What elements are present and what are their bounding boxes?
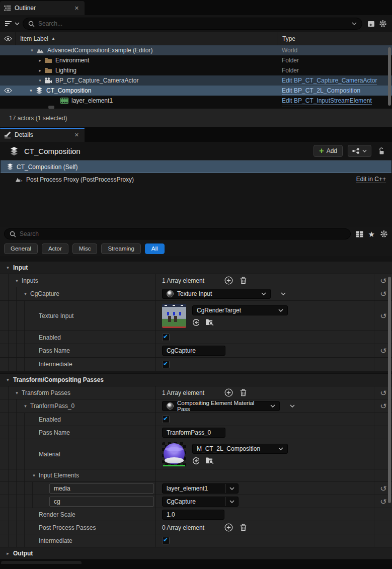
add-button[interactable]: + Add [313, 145, 343, 157]
chip-general[interactable]: General [4, 243, 38, 254]
reset-to-default-icon[interactable]: ↺ [380, 498, 386, 506]
pass-name-field[interactable] [162, 346, 225, 356]
class-icon [167, 290, 174, 297]
search-icon [28, 21, 35, 27]
blueprint-hierarchy-button[interactable] [348, 145, 371, 157]
details-scrollbar[interactable] [388, 277, 391, 503]
world-icon [36, 47, 44, 53]
component-row-post-process-proxy[interactable]: C Post Process Proxy (PostProcessProxy) … [0, 173, 392, 186]
expander-icon[interactable]: ▾ [37, 78, 43, 83]
column-item-label[interactable]: Item Label ▲ [16, 35, 55, 42]
tree-row-layer-element1[interactable]: layer_element1 Edit BP_CT_InputStreamEle… [0, 96, 392, 106]
expander-icon[interactable]: ▾ [14, 278, 20, 283]
outliner-search[interactable] [23, 18, 362, 30]
tree-row-camera-actor[interactable]: ▾ BP_CT_Capture_CameraActor Edit BP_CT_C… [0, 75, 392, 86]
render-target-thumbnail[interactable] [162, 304, 186, 328]
map-key-field[interactable]: cg [49, 497, 154, 507]
unlock-icon[interactable] [378, 147, 385, 155]
enabled-checkbox[interactable] [162, 334, 170, 341]
outliner-search-input[interactable] [38, 20, 348, 27]
section-transform-compositing-passes[interactable]: ▾Transform/Compositing Passes [0, 374, 392, 386]
reset-to-default-icon[interactable]: ↺ [380, 402, 386, 410]
material-thumbnail[interactable] [162, 442, 186, 466]
expander-icon[interactable]: ▾ [29, 48, 35, 53]
reset-to-default-icon[interactable]: ↺ [380, 312, 386, 320]
section-output[interactable]: ▸Output [0, 547, 392, 559]
add-element-icon[interactable] [224, 276, 233, 285]
add-element-icon[interactable] [224, 523, 233, 532]
browse-to-asset-icon[interactable] [205, 318, 214, 327]
element-options-chevron-icon[interactable] [287, 404, 298, 408]
browse-to-asset-icon[interactable] [205, 457, 214, 465]
property-label: Material [39, 451, 60, 458]
add-item-icon[interactable] [367, 21, 375, 27]
reset-to-default-icon[interactable]: ↺ [380, 347, 386, 355]
map-key-field[interactable]: media [49, 483, 154, 494]
reset-to-default-icon[interactable]: ↺ [380, 290, 386, 298]
tree-row-world[interactable]: ▾ AdvancedCompositionExample (Editor) Wo… [0, 45, 392, 55]
details-tab-close-icon[interactable]: ✕ [73, 132, 81, 138]
input-element-combo[interactable]: layer_element1 [162, 483, 239, 494]
delete-elements-trash-icon[interactable] [240, 524, 247, 531]
details-settings-gear-icon[interactable] [380, 230, 388, 238]
filter-chevron-down-icon[interactable] [15, 22, 20, 25]
chip-actor[interactable]: Actor [42, 243, 68, 254]
column-type[interactable]: Type [277, 32, 295, 45]
delete-elements-trash-icon[interactable] [240, 277, 247, 284]
section-input[interactable]: ▾Input [0, 262, 392, 274]
display-grid-icon[interactable] [356, 231, 363, 237]
expander-icon[interactable]: ▾ [28, 88, 34, 93]
render-scale-field[interactable] [162, 510, 224, 520]
filter-icon[interactable] [5, 21, 12, 26]
tree-row-edit-link[interactable]: Edit BP_CT_InputStreamElement [282, 97, 372, 105]
details-search[interactable] [4, 228, 351, 239]
outliner-tab-close-icon[interactable]: ✕ [73, 5, 81, 12]
input-type-combo[interactable]: Texture Input [162, 289, 271, 299]
outliner-settings-gear-icon[interactable] [379, 20, 387, 28]
visibility-eye-icon[interactable] [0, 88, 16, 93]
expander-icon[interactable]: ▾ [23, 403, 28, 409]
array-count-text: 1 Array element [162, 277, 204, 284]
component-row-self[interactable]: CT_Composition (Self) [1, 160, 391, 173]
chevron-down-icon[interactable] [225, 484, 238, 493]
chevron-down-icon[interactable] [225, 497, 238, 506]
tree-row-edit-link[interactable]: Edit BP_CT_Capture_CameraActor [282, 77, 377, 85]
intermediate-checkbox[interactable] [162, 537, 170, 544]
add-element-icon[interactable] [224, 388, 233, 397]
chip-streaming[interactable]: Streaming [101, 243, 140, 254]
favorites-star-icon[interactable]: ★ [368, 230, 375, 238]
pass-name-field[interactable] [162, 428, 225, 438]
details-search-input[interactable] [20, 230, 345, 237]
reset-to-default-icon[interactable]: ↺ [380, 389, 386, 397]
pass-type-combo[interactable]: Compositing Element Material Pass [162, 401, 280, 411]
tree-row-lighting[interactable]: ▸ Lighting Folder [0, 65, 392, 75]
search-chevron-down-icon[interactable] [352, 22, 357, 25]
intermediate-checkbox[interactable] [162, 361, 170, 368]
eye-column-icon[interactable] [0, 32, 16, 45]
expander-icon[interactable]: ▾ [23, 291, 28, 296]
edit-in-cpp-link[interactable]: Edit in C++ [356, 176, 386, 183]
reset-to-default-icon[interactable]: ↺ [380, 277, 386, 285]
reset-to-default-icon[interactable]: ↺ [380, 484, 386, 493]
asset-picker-combo[interactable]: CgRenderTarget [192, 305, 288, 315]
expander-icon[interactable]: ▾ [14, 390, 20, 395]
chip-misc[interactable]: Misc [72, 243, 98, 254]
expander-icon[interactable]: ▸ [37, 58, 43, 63]
chip-all[interactable]: All [145, 243, 165, 254]
input-element-combo[interactable]: CgCapture [162, 497, 239, 507]
enabled-checkbox[interactable] [162, 416, 170, 423]
asset-picker-combo[interactable]: M_CT_2L_Composition [192, 444, 288, 454]
tab-details[interactable]: Details ✕ [0, 128, 85, 142]
delete-elements-trash-icon[interactable] [240, 389, 247, 396]
expander-icon[interactable]: ▸ [37, 68, 43, 73]
element-options-chevron-icon[interactable] [278, 292, 289, 295]
expander-icon[interactable]: ▾ [31, 473, 37, 478]
tree-row-ct-composition[interactable]: ▾ CT_Composition Edit BP_CT_2L_Compositi… [0, 86, 392, 96]
outliner-scrollbar[interactable] [388, 47, 391, 106]
use-selected-asset-icon[interactable] [192, 457, 200, 465]
tree-row-edit-link[interactable]: Edit BP_CT_2L_Composition [282, 87, 360, 95]
tree-row-environment[interactable]: ▸ Environment Folder [0, 55, 392, 65]
use-selected-asset-icon[interactable] [192, 318, 200, 327]
map-key-label: cg [54, 498, 60, 505]
tab-outliner[interactable]: Outliner ✕ [0, 1, 85, 15]
